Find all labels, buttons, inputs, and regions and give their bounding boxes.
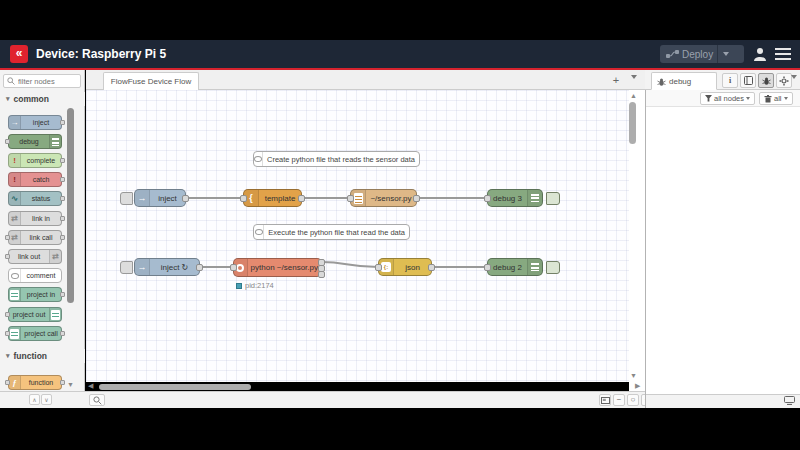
inject-button[interactable] [120,192,133,205]
info-tab-button[interactable]: i [722,73,738,88]
input-port [5,312,10,317]
deploy-options-button[interactable] [717,45,733,63]
inject-arrow-icon: → [135,259,150,275]
config-tab-button[interactable] [776,73,792,88]
expand-categories-button[interactable]: ∨ [41,394,52,405]
console-icon [784,396,795,405]
scroll-up-icon[interactable]: ▲ [630,92,637,99]
input-port[interactable] [375,264,382,271]
help-tab-button[interactable] [740,73,756,88]
scroll-right-icon[interactable]: ▶ [635,382,640,390]
user-icon [752,46,768,62]
search-icon [4,77,18,85]
palette-node-project-in[interactable]: project in [8,287,62,302]
user-menu-button[interactable] [752,46,768,62]
palette-category-common[interactable]: ▾ common [0,92,85,106]
trash-icon [764,95,772,103]
search-icon [93,396,102,405]
output-port [60,235,65,240]
chevron-down-icon: ▾ [6,95,10,103]
output-port[interactable] [298,195,305,202]
palette-node-comment[interactable]: comment [8,268,62,283]
flow-node-file[interactable]: ~/sensor.py [350,189,417,207]
input-port [5,331,10,336]
debug-toggle-button[interactable] [546,192,560,205]
vertical-scrollbar[interactable] [629,102,636,144]
output-port [60,196,65,201]
debug-sidebar-icon [49,135,61,148]
input-port [5,139,10,144]
tab-flowfuse-device-flow[interactable]: FlowFuse Device Flow [103,72,199,90]
comment-node[interactable]: Create python file that reads the sensor… [253,151,420,167]
flowfuse-logo-icon[interactable]: « [10,45,28,63]
open-console-button[interactable] [784,396,795,405]
info-icon: i [729,76,731,85]
header-title: Device: Raspberry Pi 5 [36,47,166,61]
flow-node-template[interactable]: { template [243,189,302,207]
flow-node-exec[interactable]: python ~/sensor.py [233,258,322,277]
zoom-reset-button[interactable]: ○ [627,394,639,406]
palette-node-catch[interactable]: ! catch [8,172,62,187]
palette-scroll-down-icon[interactable]: ▼ [67,381,74,388]
debug-filter-button[interactable]: all nodes [700,92,755,105]
output-port [60,177,65,182]
return-code-port[interactable] [318,271,325,278]
flow-node-debug-3[interactable]: debug 3 [487,189,543,207]
sidebar-tab-debug[interactable]: debug [651,72,717,90]
deploy-button[interactable]: Deploy [660,45,744,63]
palette-node-link-call[interactable]: ⇄ link call [8,230,62,245]
deploy-label: Deploy [679,49,717,60]
palette-node-status[interactable]: ∿ status [8,191,62,206]
debug-toggle-button[interactable] [546,261,560,274]
output-port[interactable] [413,195,420,202]
input-port[interactable] [347,195,354,202]
zoom-out-button[interactable]: − [613,394,625,406]
palette-node-project-call[interactable]: project call [8,326,62,341]
scroll-down-icon[interactable]: ▼ [630,372,637,379]
debug-tab-button[interactable] [758,73,774,88]
output-port [60,216,65,221]
flow-node-json[interactable]: {: json [378,258,432,276]
scroll-left-icon[interactable]: ◀ [88,382,93,390]
output-port[interactable] [428,264,435,271]
palette-category-function[interactable]: ▾ function [0,349,85,363]
input-port[interactable] [484,264,491,271]
flow-node-inject[interactable]: → inject [134,189,186,207]
output-port [60,331,65,336]
palette-node-link-in[interactable]: ⇄ link in [8,211,62,226]
workspace-tabbar: FlowFuse Device Flow + [86,70,645,90]
link-icon: ⇄ [49,250,61,263]
bug-icon [762,76,771,85]
palette-node-link-out[interactable]: ⇄ link out [8,249,62,264]
navigator-button[interactable] [599,394,611,406]
debug-sidebar-icon [527,190,542,206]
flow-node-debug-2[interactable]: debug 2 [487,258,543,276]
status-text: pid:2174 [245,281,274,290]
input-port[interactable] [240,195,247,202]
palette-node-inject[interactable]: → inject [8,115,62,130]
output-port[interactable] [196,264,203,271]
flow-node-inject-repeat[interactable]: → inject ↻ [134,258,200,276]
palette-filter-input[interactable] [18,77,76,86]
collapse-categories-button[interactable]: ∧ [29,394,40,405]
horizontal-scrollbar[interactable] [99,384,251,390]
input-port[interactable] [230,264,237,271]
palette-node-project-out[interactable]: project out [8,307,62,322]
chevron-down-icon: ▾ [6,352,10,360]
palette-filter[interactable] [3,74,81,88]
comment-node[interactable]: Execute the python file that read the da… [253,224,410,240]
debug-clear-button[interactable]: all [759,92,793,105]
main-menu-button[interactable] [775,48,791,60]
add-flow-button[interactable]: + [609,74,623,87]
canvas-search-button[interactable] [89,394,105,406]
palette-node-debug[interactable]: debug [8,134,62,149]
inject-button[interactable] [120,261,133,274]
input-port[interactable] [484,195,491,202]
output-port[interactable] [182,195,189,202]
palette-node-complete[interactable]: ! complete [8,153,62,168]
output-port [60,120,65,125]
palette-scrollbar[interactable] [67,108,74,303]
input-port [5,380,10,385]
palette-node-function[interactable]: ƒ function [8,375,62,390]
chevron-down-icon [723,52,729,56]
